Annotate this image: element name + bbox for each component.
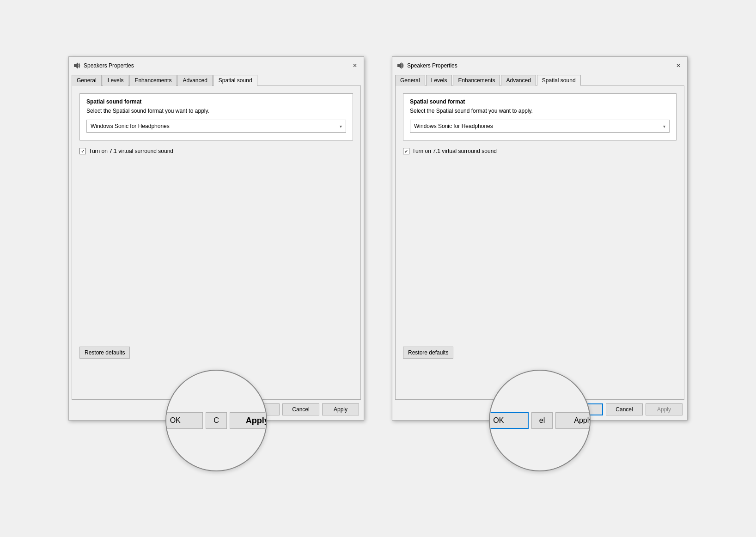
tab-advanced-left[interactable]: Advanced [177,75,212,86]
tab-enhancements-right[interactable]: Enhancements [453,75,500,86]
title-bar-right: Speakers Properties ✕ [392,57,687,73]
tab-bar-right: General Levels Enhancements Advanced Spa… [392,73,687,85]
close-button-right[interactable]: ✕ [673,61,683,71]
tab-spatial-sound-left[interactable]: Spatial sound [213,75,257,86]
surround-sound-label-right: Turn on 7.1 virtual surround sound [412,148,497,154]
tab-general-right[interactable]: General [395,75,425,86]
restore-defaults-button-right[interactable]: Restore defaults [403,347,453,359]
chevron-down-icon-left: ▾ [340,124,342,129]
magnifier-circle-right: OK el Apply [489,370,591,471]
spatial-sound-group-right: Spatial sound format Select the Spatial … [403,93,677,140]
surround-sound-checkbox-left[interactable]: ✓ [79,148,86,154]
mag-cancel-button-right[interactable]: el [531,412,553,429]
group-title-right: Spatial sound format [410,98,670,105]
mag-ok-button-right[interactable]: OK [489,412,529,429]
mag-apply-button-left[interactable]: Apply [230,412,267,429]
svg-rect-0 [74,64,76,67]
surround-sound-checkbox-right[interactable]: ✓ [403,148,409,154]
dialog-title-right: Speakers Properties [407,62,457,69]
restore-defaults-button-left[interactable]: Restore defaults [79,347,130,359]
speaker-icon-left [73,62,81,69]
mag-cancel-button-left[interactable]: C [206,412,227,429]
spatial-sound-dropdown-left[interactable]: Windows Sonic for Headphones ▾ [86,120,346,133]
tab-content-left: Spatial sound format Select the Spatial … [72,85,361,400]
apply-button-left[interactable]: Apply [322,403,359,415]
dropdown-value-left: Windows Sonic for Headphones [91,123,170,129]
magnifier-right: OK el Apply [489,370,591,471]
svg-marker-3 [399,62,402,69]
spatial-sound-group-left: Spatial sound format Select the Spatial … [79,93,353,140]
mag-ok-button-left[interactable]: OK [165,412,203,429]
group-desc-left: Select the Spatial sound format you want… [86,108,346,114]
svg-rect-2 [397,64,399,67]
chevron-down-icon-right: ▾ [663,124,665,129]
mag-apply-button-right[interactable]: Apply [555,412,591,429]
speaker-icon-right [397,62,404,69]
surround-sound-label-left: Turn on 7.1 virtual surround sound [89,148,173,154]
magnifier-left: OK C Apply [165,370,267,471]
dialog-title-left: Speakers Properties [84,62,134,69]
svg-marker-1 [76,62,78,69]
cancel-button-right[interactable]: Cancel [606,403,643,415]
cancel-button-left[interactable]: Cancel [282,403,319,415]
spatial-sound-dropdown-right[interactable]: Windows Sonic for Headphones ▾ [410,120,670,133]
dialog-left: Speakers Properties ✕ General Levels Enh… [68,56,364,421]
surround-sound-row-right: ✓ Turn on 7.1 virtual surround sound [403,148,677,154]
tab-advanced-right[interactable]: Advanced [501,75,536,86]
dropdown-value-right: Windows Sonic for Headphones [414,123,493,129]
tab-spatial-sound-right[interactable]: Spatial sound [537,75,581,86]
tab-general-left[interactable]: General [72,75,102,86]
group-desc-right: Select the Spatial sound format you want… [410,108,670,114]
tab-bar-left: General Levels Enhancements Advanced Spa… [69,73,364,85]
dialog-right: Speakers Properties ✕ General Levels Enh… [392,56,688,421]
surround-sound-row-left: ✓ Turn on 7.1 virtual surround sound [79,148,353,154]
group-title-left: Spatial sound format [86,98,346,105]
tab-content-right: Spatial sound format Select the Spatial … [395,85,684,400]
tab-enhancements-left[interactable]: Enhancements [129,75,177,86]
tab-levels-left[interactable]: Levels [103,75,129,86]
close-button-left[interactable]: ✕ [350,61,360,71]
magnifier-circle-left: OK C Apply [165,370,267,471]
tab-levels-right[interactable]: Levels [426,75,452,86]
apply-button-right[interactable]: Apply [646,403,683,415]
title-bar-left: Speakers Properties ✕ [69,57,364,73]
